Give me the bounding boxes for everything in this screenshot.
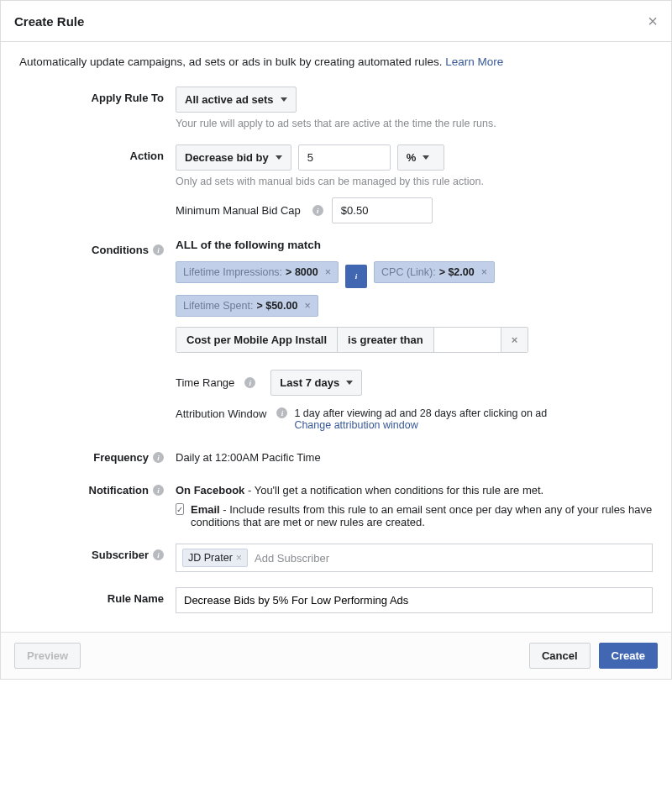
action-amount-input[interactable]: 5 [298,144,391,171]
action-unit-dropdown[interactable]: % [397,144,444,171]
apply-rule-helper: Your rule will apply to ad sets that are… [176,118,653,129]
info-icon[interactable]: i [153,485,164,496]
time-range-label: Time Range [176,376,234,389]
info-icon[interactable]: i [345,265,367,288]
cancel-button[interactable]: Cancel [529,643,591,669]
notification-email: Email - Include results from this rule t… [191,503,653,528]
intro-text: Automatically update campaigns, ad sets … [19,55,653,68]
subscriber-label: Subscriber [92,549,149,561]
preview-button[interactable]: Preview [14,643,81,669]
create-button[interactable]: Create [599,643,658,669]
info-icon[interactable]: i [153,549,164,560]
attribution-label: Attribution Window [176,407,266,420]
action-helper: Only ad sets with manual bids can be man… [176,176,653,187]
condition-chip[interactable]: Lifetime Spent: > $50.00 × [176,295,318,317]
time-range-dropdown[interactable]: Last 7 days [270,370,362,396]
info-icon[interactable]: i [153,452,164,463]
remove-chip-icon[interactable]: × [304,300,310,312]
action-dropdown[interactable]: Decrease bid by [176,144,291,171]
learn-more-link[interactable]: Learn More [445,55,503,68]
condition-chip[interactable]: Lifetime Impressions: > 8000 × [176,261,339,283]
time-range-value: Last 7 days [280,376,339,389]
remove-subscriber-icon[interactable]: × [236,552,242,564]
email-checkbox[interactable] [176,503,184,515]
notification-label: Notification [89,484,150,496]
rule-name-input[interactable] [176,587,653,613]
info-icon[interactable]: i [153,244,164,255]
chip-metric: Lifetime Spent: [183,300,253,312]
min-bid-input[interactable]: $0.50 [332,197,433,223]
action-value: Decrease bid by [185,151,269,164]
subscriber-input[interactable]: JD Prater × Add Subscriber [176,544,653,572]
conditions-label: Conditions [92,244,149,256]
builder-value-input[interactable] [434,328,501,352]
apply-rule-label: Apply Rule To [19,87,176,104]
dialog-title: Create Rule [14,14,84,29]
action-unit-value: % [407,151,417,164]
condition-builder: Cost per Mobile App Install is greater t… [176,327,528,353]
rule-name-label: Rule Name [19,587,176,605]
apply-rule-dropdown[interactable]: All active ad sets [176,87,297,113]
builder-op-select[interactable]: is greater than [338,328,434,352]
remove-chip-icon[interactable]: × [325,266,331,278]
close-icon[interactable]: × [648,13,658,29]
condition-chip[interactable]: CPC (Link): > $2.00 × [374,261,495,283]
change-attribution-link[interactable]: Change attribution window [294,419,547,431]
chevron-down-icon [281,97,287,102]
intro-description: Automatically update campaigns, ad sets … [19,55,443,68]
notification-facebook: On Facebook - You'll get a notification … [176,484,653,496]
info-icon[interactable]: i [312,205,323,216]
remove-chip-icon[interactable]: × [481,266,487,278]
subscriber-chip[interactable]: JD Prater × [182,549,248,567]
frequency-value: Daily at 12:00AM Pacific Time [176,446,653,464]
attribution-text: 1 day after viewing ad and 28 days after… [294,407,547,419]
subscriber-placeholder: Add Subscriber [255,552,329,565]
chevron-down-icon [423,155,429,160]
chevron-down-icon [346,381,353,385]
builder-remove-icon[interactable]: × [501,328,528,352]
info-icon[interactable]: i [244,377,255,388]
frequency-label: Frequency [93,451,149,464]
builder-metric-select[interactable]: Cost per Mobile App Install [176,328,338,352]
chip-metric: Lifetime Impressions: [183,266,282,278]
info-icon[interactable]: i [276,407,287,418]
min-bid-label: Minimum Manual Bid Cap [176,204,301,217]
chip-metric: CPC (Link): [381,266,436,278]
action-label: Action [19,144,176,162]
chevron-down-icon [276,155,282,160]
apply-rule-value: All active ad sets [185,93,274,106]
conditions-heading: ALL of the following match [176,239,653,251]
